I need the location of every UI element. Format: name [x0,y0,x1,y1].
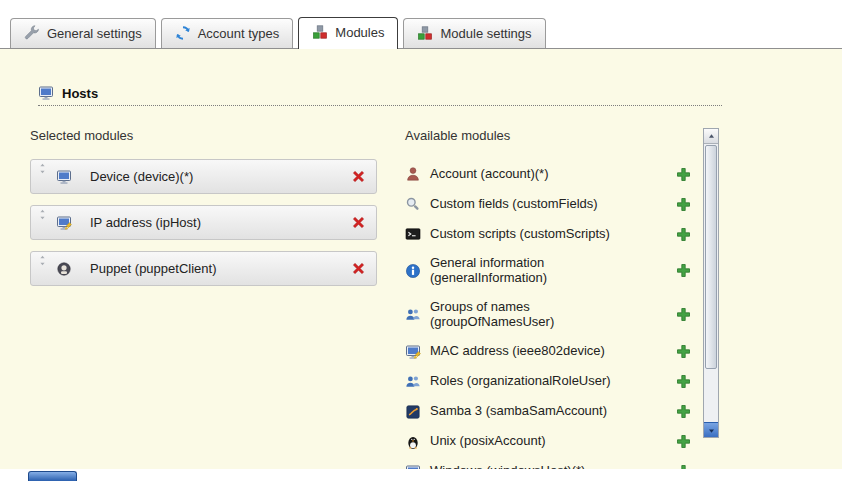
available-module-row-unix: Unix (posixAccount) [405,427,691,457]
available-module-row-groups-of-names: Groups of names (groupOfNamesUser) [405,293,691,337]
selected-module-label: Puppet (puppetClient) [90,261,216,276]
add-module-button[interactable] [676,434,691,449]
module-columns: Selected modules Device (device)(*) IP a… [0,128,842,469]
lam-configuration-page: General settings Account types Modules M… [0,0,842,481]
custom-scripts-icon [405,226,421,242]
available-module-row-general-information: General information (generalInformation) [405,249,691,293]
tab-account-types[interactable]: Account types [161,18,294,48]
available-module-row-roles: Roles (organizationalRoleUser) [405,367,691,397]
tab-bar: General settings Account types Modules M… [0,0,842,49]
tab-label: Module settings [440,26,531,41]
monitor-icon [38,85,54,101]
selected-module-label: Device (device)(*) [90,169,193,184]
add-module-button[interactable] [676,374,691,389]
samba-icon [405,404,421,420]
unix-icon [405,434,421,450]
tab-general-settings[interactable]: General settings [10,18,156,48]
bottom-strip [0,469,842,481]
module-settings-icon [417,25,433,41]
add-module-button[interactable] [676,307,691,322]
roles-icon [405,374,421,390]
refresh-icon [175,25,191,41]
modules-tab-content: Hosts Selected modules Device (device)(*… [0,49,842,469]
tab-modules[interactable]: Modules [298,17,398,49]
groups-icon [405,307,421,323]
tab-label: Modules [335,25,384,40]
available-module-row-account: Account (account)(*) [405,159,691,189]
selected-module-row-device[interactable]: Device (device)(*) [30,159,377,194]
modules-icon [312,24,328,40]
remove-module-button[interactable] [351,261,366,276]
available-modules-heading: Available modules [405,128,691,143]
selected-module-row-ip-address[interactable]: IP address (ipHost) [30,205,377,240]
available-module-label: MAC address (ieee802device) [430,344,642,359]
add-module-button[interactable] [676,167,691,182]
available-modules-list: Account (account)(*) Custom fields (cust… [405,159,691,469]
add-module-button[interactable] [676,197,691,212]
add-module-button[interactable] [676,404,691,419]
selected-modules-heading: Selected modules [30,128,377,143]
scroll-down-button[interactable] [704,422,718,437]
remove-module-button[interactable] [351,215,366,230]
add-module-button[interactable] [676,344,691,359]
available-module-row-windows: Windows (windowsHost)(*) [405,457,691,469]
available-module-label: Account (account)(*) [430,167,642,182]
add-module-button[interactable] [676,227,691,242]
hosts-section-header: Hosts [38,85,722,106]
selected-modules-column: Selected modules Device (device)(*) IP a… [30,128,377,469]
scrollbar-track[interactable] [704,370,718,422]
wrench-icon [24,25,40,41]
available-module-label: Groups of names (groupOfNamesUser) [430,300,642,330]
available-module-label: Unix (posixAccount) [430,434,642,449]
selected-module-label: IP address (ipHost) [90,215,201,230]
available-module-label: Custom fields (customFields) [430,197,642,212]
scroll-up-button[interactable] [704,129,718,144]
tab-module-settings[interactable]: Module settings [403,18,545,48]
add-module-button[interactable] [676,263,691,278]
available-module-label: Roles (organizationalRoleUser) [430,374,642,389]
account-icon [405,166,421,182]
remove-module-button[interactable] [351,169,366,184]
available-module-label: Samba 3 (sambaSamAccount) [430,404,642,419]
tab-label: Account types [198,26,280,41]
available-module-row-mac-address: MAC address (ieee802device) [405,337,691,367]
available-modules-column: Available modules Account (account)(*) C… [405,128,719,469]
available-modules-scrollbar[interactable] [703,128,719,438]
custom-fields-icon [405,196,421,212]
available-module-label: Custom scripts (customScripts) [430,227,642,242]
section-title: Hosts [62,86,98,101]
puppet-icon [56,261,72,277]
device-icon [56,169,72,185]
selected-module-row-puppet[interactable]: Puppet (puppetClient) [30,251,377,286]
drag-handle-icon[interactable] [37,206,48,220]
scrollbar-thumb[interactable] [705,145,717,369]
ip-address-icon [56,215,72,231]
drag-handle-icon[interactable] [37,252,48,266]
info-icon [405,263,421,279]
partially-visible-button[interactable] [28,471,77,481]
tab-label: General settings [47,26,142,41]
available-module-row-custom-fields: Custom fields (customFields) [405,189,691,219]
mac-address-icon [405,344,421,360]
available-module-row-samba3: Samba 3 (sambaSamAccount) [405,397,691,427]
drag-handle-icon[interactable] [37,160,48,174]
available-module-label: General information (generalInformation) [430,256,642,286]
available-module-row-custom-scripts: Custom scripts (customScripts) [405,219,691,249]
